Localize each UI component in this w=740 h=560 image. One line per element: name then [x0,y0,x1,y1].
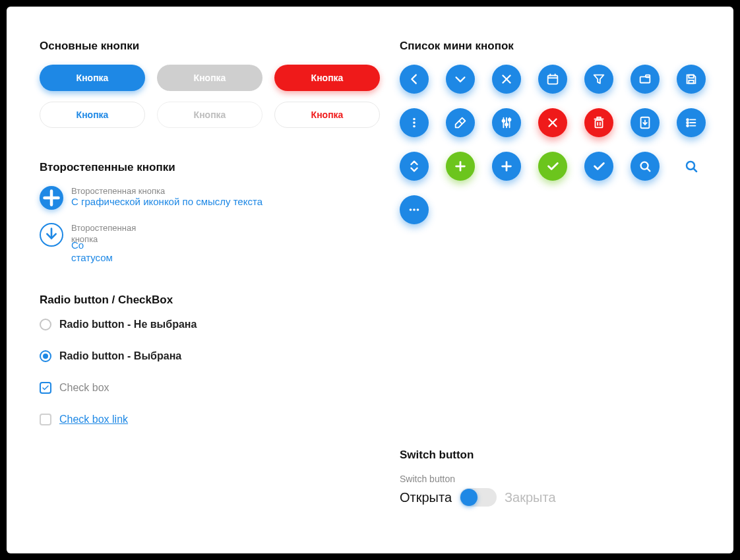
dots-horizontal-icon[interactable] [400,195,429,224]
svg-rect-30 [597,117,601,119]
download-icon [40,223,63,247]
calendar-icon[interactable] [538,65,567,94]
chevron-left-icon[interactable] [400,65,429,94]
svg-line-44 [647,168,650,171]
svg-point-48 [413,208,416,211]
primary-button-blue[interactable]: Кнопка [40,65,145,91]
switch-toggle[interactable] [460,488,497,507]
svg-point-49 [417,208,419,211]
save-icon[interactable] [677,65,706,94]
radio-checked-label: Radio button - Выбрана [59,350,181,362]
radio-unchecked[interactable] [40,319,51,330]
svg-line-46 [694,169,697,172]
switch-row: Открыта Закрыта [400,488,716,507]
plus-icon [40,186,63,210]
svg-point-21 [503,119,505,122]
secondary-buttons-heading: Второстепенные кнопки [40,161,380,174]
svg-point-23 [509,119,511,121]
radio-unchecked-label: Radio button - Не выбрана [59,319,197,330]
dots-vertical-icon[interactable] [400,108,429,137]
secondary-button-text: Второстепенная кнопка Со статусом [71,223,117,264]
switch-sublabel: Switch button [400,474,716,484]
eraser-icon[interactable] [446,108,475,137]
svg-point-16 [413,125,416,128]
svg-rect-26 [596,120,603,127]
primary-button-disabled[interactable]: Кнопка [157,65,262,91]
svg-marker-9 [594,75,604,84]
checkbox-label: Check box [59,382,109,394]
radio-checked[interactable] [40,350,51,362]
button-row: Кнопка Кнопка Кнопка [40,102,380,128]
checkbox-unchecked[interactable] [40,414,51,425]
svg-point-33 [687,119,689,121]
checkbox-checked[interactable] [40,382,51,394]
switch-heading: Switch button [400,449,716,462]
secondary-button-text: Второстепенная кнопка С графической икон… [71,186,262,207]
folder-icon[interactable] [631,65,660,94]
checkbox-link-label[interactable]: Check box link [59,414,128,425]
check-blue-icon[interactable] [584,152,613,181]
svg-point-37 [687,125,689,127]
svg-rect-12 [689,75,693,78]
search-icon[interactable] [631,152,660,181]
trash-icon[interactable] [584,108,613,137]
switch-state-on: Открыта [400,490,452,505]
secondary-button-plus[interactable]: Второстепенная кнопка С графической икон… [40,186,380,210]
svg-rect-13 [689,80,693,84]
mini-buttons-heading: Список мини кнопок [400,40,716,53]
chevrons-ud-icon[interactable] [400,152,429,181]
secondary-button-download[interactable]: Второстепенная кнопка Со статусом [40,223,380,264]
check-green-icon[interactable] [538,152,567,181]
list-icon[interactable] [677,108,706,137]
button-row: Кнопка Кнопка Кнопка [40,65,380,91]
radio-checkbox-heading: Radio button / CheckBox [40,294,380,307]
ghost-button-blue[interactable]: Кнопка [40,102,145,128]
svg-line-17 [459,121,462,124]
svg-rect-5 [548,76,558,84]
download-file-icon[interactable] [631,108,660,137]
svg-point-47 [410,208,412,211]
switch-knob [460,489,478,506]
svg-point-22 [505,123,508,126]
ghost-button-disabled[interactable]: Кнопка [157,102,262,128]
svg-point-35 [687,122,689,124]
svg-point-14 [413,118,416,121]
mini-button-grid [400,65,716,224]
chevron-down-icon[interactable] [446,65,475,94]
ghost-button-red[interactable]: Кнопка [274,102,380,128]
search-ghost-icon[interactable] [677,152,706,181]
plus-green-icon[interactable] [446,152,475,181]
sliders-icon[interactable] [492,108,521,137]
svg-point-15 [413,121,416,124]
close-red-icon[interactable] [538,108,567,137]
filter-icon[interactable] [584,65,613,94]
close-icon[interactable] [492,65,521,94]
primary-button-red[interactable]: Кнопка [274,65,380,91]
main-buttons-heading: Основные кнопки [40,40,380,53]
switch-state-off: Закрыта [505,490,556,505]
plus-blue-icon[interactable] [492,152,521,181]
